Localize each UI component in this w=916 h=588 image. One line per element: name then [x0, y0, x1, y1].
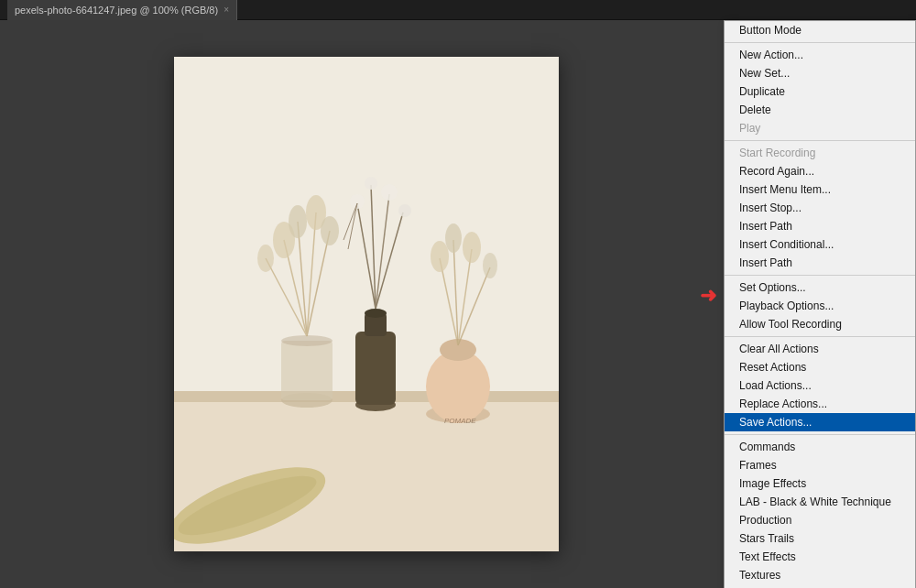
menu-item-frames[interactable]: Frames [725, 456, 915, 474]
menu-separator [725, 336, 915, 337]
svg-rect-4 [281, 341, 333, 400]
menu-item-duplicate[interactable]: Duplicate [725, 82, 915, 101]
canvas-area: POMADE [0, 20, 733, 588]
svg-point-9 [365, 309, 387, 318]
svg-rect-7 [355, 332, 396, 405]
menu-item-insert-stop[interactable]: Insert Stop... [725, 199, 915, 217]
menu-item-video-actions[interactable]: Video Actions [725, 584, 915, 588]
svg-point-30 [398, 204, 411, 217]
menu-item-delete[interactable]: Delete [725, 101, 915, 119]
canvas-image: POMADE [174, 57, 559, 551]
menu-separator [725, 275, 915, 276]
svg-point-27 [350, 194, 365, 209]
menu-item-insert-conditional[interactable]: Insert Conditional... [725, 235, 915, 254]
vase-scene-svg: POMADE [174, 57, 559, 551]
svg-point-28 [365, 177, 377, 190]
close-tab-btn[interactable]: × [224, 5, 229, 15]
context-menu: Button ModeNew Action...New Set...Duplic… [724, 20, 916, 588]
file-tab-label: pexels-photo-6641247.jpeg @ 100% (RGB/8) [15, 5, 218, 16]
menu-item-record-again[interactable]: Record Again... [725, 162, 915, 180]
svg-text:POMADE: POMADE [444, 417, 476, 425]
menu-item-production[interactable]: Production [725, 511, 915, 529]
menu-item-start-recording[interactable]: Start Recording [725, 144, 915, 162]
svg-point-40 [483, 253, 497, 278]
menu-item-stars-trails[interactable]: Stars Trails [725, 529, 915, 548]
svg-point-39 [463, 232, 481, 263]
title-bar: pexels-photo-6641247.jpeg @ 100% (RGB/8)… [0, 0, 916, 20]
menu-separator [725, 42, 915, 43]
menu-item-new-action[interactable]: New Action... [725, 46, 915, 64]
menu-item-commands[interactable]: Commands [725, 438, 915, 456]
svg-point-29 [381, 184, 398, 201]
menu-item-insert-path[interactable]: Insert Path [725, 217, 915, 235]
svg-point-5 [281, 335, 333, 346]
menu-item-reset-actions[interactable]: Reset Actions [725, 358, 915, 376]
menu-item-replace-actions[interactable]: Replace Actions... [725, 395, 915, 413]
menu-item-load-actions[interactable]: Load Actions... [725, 376, 915, 395]
svg-point-19 [289, 205, 307, 238]
menu-item-clear-all[interactable]: Clear All Actions [725, 340, 915, 358]
svg-point-21 [321, 216, 339, 245]
menu-separator [725, 140, 915, 141]
svg-point-22 [257, 245, 274, 272]
menu-item-play[interactable]: Play [725, 119, 915, 137]
menu-separator [725, 434, 915, 435]
menu-item-insert-path2[interactable]: Insert Path [725, 254, 915, 272]
menu-item-image-effects[interactable]: Image Effects [725, 474, 915, 493]
file-tab[interactable]: pexels-photo-6641247.jpeg @ 100% (RGB/8)… [7, 0, 237, 20]
svg-point-37 [431, 241, 449, 272]
menu-item-textures[interactable]: Textures [725, 566, 915, 584]
menu-item-button-mode[interactable]: Button Mode [725, 21, 915, 39]
menu-item-text-effects[interactable]: Text Effects [725, 548, 915, 566]
svg-point-38 [445, 223, 462, 253]
menu-item-insert-menu[interactable]: Insert Menu Item... [725, 180, 915, 199]
menu-item-new-set[interactable]: New Set... [725, 64, 915, 82]
menu-item-playback-options[interactable]: Playback Options... [725, 297, 915, 315]
menu-item-set-options[interactable]: Set Options... [725, 278, 915, 297]
menu-item-lab-bw[interactable]: LAB - Black & White Technique [725, 493, 915, 511]
menu-item-allow-recording[interactable]: Allow Tool Recording [725, 315, 915, 333]
menu-item-save-actions[interactable]: Save Actions... [725, 413, 915, 431]
